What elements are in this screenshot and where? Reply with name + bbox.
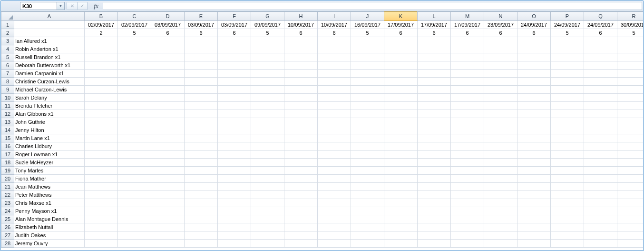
cell-Q1[interactable]: 24/09/2017 [584,21,617,29]
cell-N14[interactable] [484,126,517,134]
cell-L11[interactable] [418,102,451,110]
cell-H24[interactable] [284,207,318,215]
cell-K23[interactable] [384,199,418,207]
cell-L16[interactable] [418,142,451,151]
cell-N18[interactable] [484,159,517,167]
row-header-22[interactable]: 22 [1,191,14,199]
cell-B6[interactable] [85,61,118,70]
cell-B3[interactable] [85,37,118,45]
column-header-Q[interactable]: Q [584,12,617,21]
cell-I3[interactable] [318,37,351,45]
cell-E15[interactable] [185,134,218,142]
cell-K8[interactable] [384,78,418,86]
cell-B20[interactable] [85,175,118,183]
cell-K6[interactable] [384,61,418,70]
cell-N8[interactable] [484,78,517,86]
cell-A28[interactable]: Jeremy Ouvry [14,240,85,248]
column-header-K[interactable]: K [384,12,418,21]
cell-B16[interactable] [85,142,118,151]
cell-L18[interactable] [418,159,451,167]
cell-Q22[interactable] [584,191,617,199]
cell-P15[interactable] [551,134,584,142]
cell-E13[interactable] [185,118,218,126]
cell-O26[interactable] [517,223,551,231]
cell-C6[interactable] [118,61,151,70]
cell-I16[interactable] [318,142,351,151]
cell-D23[interactable] [151,199,185,207]
cell-E28[interactable] [185,240,218,248]
cell-O12[interactable] [517,110,551,118]
cell-L12[interactable] [418,110,451,118]
cell-K5[interactable] [384,53,418,61]
cell-N25[interactable] [484,215,517,223]
row-header-7[interactable]: 7 [1,70,14,78]
cell-F25[interactable] [218,215,251,223]
row-header-24[interactable]: 24 [1,207,14,215]
cell-R23[interactable] [617,199,644,207]
cell-K11[interactable] [384,102,418,110]
cell-C14[interactable] [118,126,151,134]
cell-A11[interactable]: Brenda Fletcher [14,102,85,110]
cell-G2[interactable]: 5 [251,29,284,37]
cell-O14[interactable] [517,126,551,134]
row-header-21[interactable]: 21 [1,183,14,191]
cell-B25[interactable] [85,215,118,223]
cell-O22[interactable] [517,191,551,199]
cell-C26[interactable] [118,223,151,231]
cell-G24[interactable] [251,207,284,215]
cell-I11[interactable] [318,102,351,110]
cell-C9[interactable] [118,86,151,94]
cell-E14[interactable] [185,126,218,134]
cell-I22[interactable] [318,191,351,199]
cell-G5[interactable] [251,53,284,61]
cell-P21[interactable] [551,183,584,191]
cell-C22[interactable] [118,191,151,199]
cell-R10[interactable] [617,94,644,102]
cell-R24[interactable] [617,207,644,215]
cell-L20[interactable] [418,175,451,183]
cell-J9[interactable] [351,86,384,94]
cell-E17[interactable] [185,151,218,159]
cell-F27[interactable] [218,231,251,240]
cell-J21[interactable] [351,183,384,191]
cell-K9[interactable] [384,86,418,94]
cell-K27[interactable] [384,231,418,240]
row-header-9[interactable]: 9 [1,86,14,94]
cell-E20[interactable] [185,175,218,183]
column-header-D[interactable]: D [151,12,185,21]
cell-N19[interactable] [484,167,517,175]
cell-A9[interactable]: Michael Curzon-Lewis [14,86,85,94]
cell-P24[interactable] [551,207,584,215]
cell-G23[interactable] [251,199,284,207]
cell-D13[interactable] [151,118,185,126]
cell-P10[interactable] [551,94,584,102]
cell-R21[interactable] [617,183,644,191]
cell-P26[interactable] [551,223,584,231]
cell-P25[interactable] [551,215,584,223]
cell-R26[interactable] [617,223,644,231]
cell-L26[interactable] [418,223,451,231]
cell-A25[interactable]: Alan Montague Dennis [14,215,85,223]
cell-J16[interactable] [351,142,384,151]
cell-Q26[interactable] [584,223,617,231]
cell-Q17[interactable] [584,151,617,159]
cell-G25[interactable] [251,215,284,223]
cell-P11[interactable] [551,102,584,110]
cell-A7[interactable]: Damien Carpanini x1 [14,70,85,78]
cell-Q23[interactable] [584,199,617,207]
cell-M21[interactable] [451,183,484,191]
cell-K7[interactable] [384,70,418,78]
cell-N21[interactable] [484,183,517,191]
cell-G21[interactable] [251,183,284,191]
cell-K1[interactable]: 17/09/2017 [384,21,418,29]
cell-N4[interactable] [484,45,517,53]
cell-H6[interactable] [284,61,318,70]
cell-Q7[interactable] [584,70,617,78]
cell-C3[interactable] [118,37,151,45]
cell-R28[interactable] [617,240,644,248]
cell-I17[interactable] [318,151,351,159]
column-header-O[interactable]: O [517,12,551,21]
grid-area[interactable]: ABCDEFGHIJKLMNOPQR 102/09/201702/09/2017… [1,11,643,250]
cell-O27[interactable] [517,231,551,240]
cell-M26[interactable] [451,223,484,231]
